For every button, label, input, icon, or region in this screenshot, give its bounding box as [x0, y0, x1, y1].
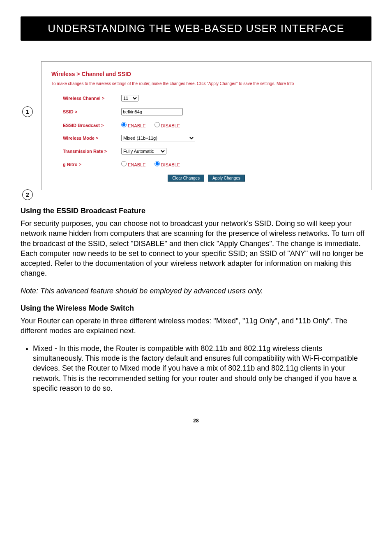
gnitro-disable-radio[interactable] [154, 161, 160, 166]
mode-heading: Using the Wireless Mode Switch [21, 304, 371, 313]
row-gnitro: g Nitro > ENABLE DISABLE [51, 158, 361, 171]
mode-list: Mixed - In this mode, the Router is comp… [21, 343, 371, 393]
callout-2-line [33, 195, 41, 195]
essid-paragraph: For security purposes, you can choose no… [21, 219, 371, 279]
label-channel: Wireless Channel > [51, 96, 121, 101]
transmission-rate-select[interactable]: Fully Automatic [121, 148, 166, 154]
essid-disable-radio[interactable] [154, 122, 160, 127]
row-channel: Wireless Channel > 11 [51, 92, 361, 105]
wireless-channel-select[interactable]: 11 [121, 95, 138, 101]
gnitro-enable-option[interactable]: ENABLE [121, 162, 145, 167]
panel-intro: To make changes to the wireless settings… [51, 81, 361, 86]
callout-1: 1 [22, 106, 33, 117]
essid-heading: Using the ESSID Broadcast Feature [21, 207, 371, 215]
callout-2: 2 [22, 189, 33, 200]
enable-text: ENABLE [128, 123, 145, 128]
label-gnitro: g Nitro > [51, 162, 121, 167]
row-rate: Transmission Rate > Fully Automatic [51, 145, 361, 158]
label-essid: ESSID Broadcast > [51, 123, 121, 128]
enable-text-2: ENABLE [128, 162, 145, 167]
panel-intro-text: To make changes to the wireless settings… [51, 81, 277, 86]
disable-text: DISABLE [161, 123, 180, 128]
settings-panel-wrap: 1 2 Wireless > Channel and SSID To make … [41, 61, 371, 190]
page-number: 28 [21, 418, 371, 424]
label-mode: Wireless Mode > [51, 136, 121, 141]
gnitro-disable-option[interactable]: DISABLE [154, 162, 180, 167]
wireless-mode-select[interactable]: Mixed (11b+11g) [121, 135, 195, 141]
row-mode: Wireless Mode > Mixed (11b+11g) [51, 131, 361, 145]
essid-enable-radio[interactable] [121, 122, 127, 127]
essid-disable-option[interactable]: DISABLE [154, 123, 180, 128]
label-ssid: SSID > [51, 109, 121, 114]
page-header: UNDERSTANDING THE WEB-BASED USER INTERFA… [21, 16, 371, 41]
row-essid: ESSID Broadcast > ENABLE DISABLE [51, 119, 361, 131]
settings-panel: Wireless > Channel and SSID To make chan… [41, 61, 371, 190]
label-rate: Transmission Rate > [51, 149, 121, 154]
ssid-input[interactable] [121, 108, 183, 115]
callout-1-line [33, 112, 52, 112]
list-item: Mixed - In this mode, the Router is comp… [33, 343, 371, 393]
panel-title: Wireless > Channel and SSID [51, 71, 361, 77]
gnitro-enable-radio[interactable] [121, 161, 127, 166]
row-ssid: SSID > [51, 105, 361, 119]
essid-enable-option[interactable]: ENABLE [121, 123, 145, 128]
note-text: Note: This advanced feature should be em… [21, 286, 371, 296]
more-info-link[interactable]: More Info [277, 81, 294, 86]
disable-text-2: DISABLE [161, 162, 180, 167]
button-row: Clear Changes Apply Changes [51, 175, 361, 182]
mode-paragraph: Your Router can operate in three differe… [21, 316, 371, 336]
apply-changes-button[interactable]: Apply Changes [208, 175, 245, 182]
clear-changes-button[interactable]: Clear Changes [168, 175, 204, 182]
